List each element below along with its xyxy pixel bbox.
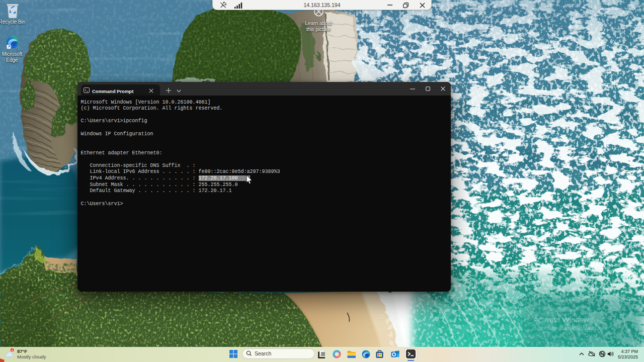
svg-text:Go to Settings to activate Win: Go to Settings to activate Windows.: [533, 325, 609, 331]
svg-text:3: 3: [11, 348, 13, 352]
svg-text:Activate Windows: Activate Windows: [533, 315, 593, 324]
